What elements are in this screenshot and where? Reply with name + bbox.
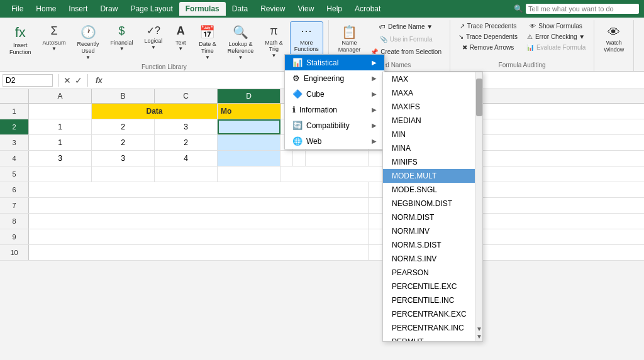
tab-pagelayout[interactable]: Page Layout [124, 2, 179, 16]
cell-c5[interactable] [155, 166, 218, 182]
dropdown-item-information[interactable]: ℹInformation ▶ [285, 102, 384, 117]
scrollbar-thumb[interactable] [476, 79, 482, 116]
cell-b2[interactable]: 2 [92, 119, 155, 134]
col-header-d[interactable]: D [218, 89, 280, 103]
fn-norm-dist[interactable]: NORM.DIST [383, 210, 482, 224]
tab-insert[interactable]: Insert [62, 2, 94, 16]
trace-precedents-button[interactable]: ↗ Trace Precedents [455, 21, 521, 31]
name-manager-button[interactable]: 📋 NameManager [334, 21, 365, 57]
dropdown-item-web[interactable]: 🌐Web ▶ [285, 133, 384, 149]
cell-f4[interactable] [293, 151, 306, 166]
remove-arrows-button[interactable]: ✖ Remove Arrows [455, 43, 521, 53]
fn-minifs[interactable]: MINIFS [383, 155, 482, 169]
row-header-2[interactable]: 2 [0, 119, 29, 134]
fn-median[interactable]: MEDIAN [383, 114, 482, 128]
cell-a5[interactable] [29, 166, 92, 182]
date-time-button[interactable]: 📅 Date &Time ▼ [194, 21, 221, 63]
fn-maxa[interactable]: MAXA [383, 86, 482, 100]
cell-a4[interactable]: 3 [29, 151, 92, 166]
financial-button[interactable]: $ Financial ▼ [106, 21, 138, 55]
cell-c2[interactable]: 3 [155, 119, 218, 134]
watch-window-button[interactable]: 👁 WatchWindow [599, 21, 628, 57]
dropdown-item-cube[interactable]: 🔷Cube ▶ [285, 86, 384, 102]
row-header-10[interactable]: 10 [0, 245, 29, 260]
text-button[interactable]: A Text ▼ [169, 21, 192, 55]
cell-d1[interactable]: Mo [218, 104, 281, 119]
fn-norm-s-inv[interactable]: NORM.S.INV [383, 252, 482, 261]
cell-c4[interactable]: 4 [155, 151, 218, 166]
fn-norm-s-dist[interactable]: NORM.S.DIST [383, 238, 482, 252]
fn-mina[interactable]: MINA [383, 141, 482, 155]
insert-function-button[interactable]: fx InsertFunction [5, 21, 36, 59]
logical-button[interactable]: ✓? Logical ▼ [140, 21, 167, 54]
tab-formulas[interactable]: Formulas [179, 2, 226, 16]
cell-b5[interactable] [92, 166, 155, 182]
cell-a3[interactable]: 1 [29, 135, 92, 150]
define-name-button[interactable]: 🏷 Define Name ▼ [367, 21, 445, 33]
error-checking-button[interactable]: ⚠ Error Checking ▼ [523, 32, 589, 42]
cancel-formula-icon[interactable]: ✕ [64, 75, 71, 85]
tab-home[interactable]: Home [30, 2, 62, 16]
lookup-reference-icon: 🔍 [233, 25, 248, 40]
cell-b4[interactable]: 3 [92, 151, 155, 166]
tab-data[interactable]: Data [226, 2, 254, 16]
confirm-formula-icon[interactable]: ✓ [75, 75, 82, 85]
row-header-7[interactable]: 7 [0, 198, 29, 213]
cell-a1[interactable] [29, 104, 92, 119]
dropdown-item-compatibility[interactable]: 🔄Compatibility ▶ [285, 117, 384, 133]
fn-norm-inv[interactable]: NORM.INV [383, 224, 482, 238]
row-header-8[interactable]: 8 [0, 214, 29, 229]
row-header-1[interactable]: 1 [0, 104, 29, 119]
tab-review[interactable]: Review [254, 2, 291, 16]
autosum-button[interactable]: Σ AutoSum ▼ [38, 21, 70, 55]
cell-a2[interactable]: 1 [29, 119, 92, 134]
row-header-9[interactable]: 9 [0, 229, 29, 244]
fn-mode-mult[interactable]: MODE.MULT [383, 169, 482, 183]
tab-help[interactable]: Help [320, 2, 348, 16]
cell-d2[interactable] [218, 119, 280, 134]
cell-e4[interactable] [280, 151, 293, 166]
cell-b3[interactable]: 2 [92, 135, 155, 150]
cell-b1[interactable]: Data [92, 104, 218, 119]
dropdown-item-statistical[interactable]: 📊Statistical ▶ [285, 55, 384, 70]
ribbon-search-input[interactable] [526, 4, 639, 14]
fn-min[interactable]: MIN [383, 128, 482, 141]
row-header-3[interactable]: 3 [0, 135, 29, 150]
use-in-formula-button[interactable]: 📎 Use in Formula [367, 34, 445, 45]
fn-max[interactable]: MAX [383, 72, 482, 86]
trace-dependents-button[interactable]: ↘ Trace Dependents [455, 32, 521, 42]
col-header-c[interactable]: C [155, 89, 218, 103]
fn-maxifs[interactable]: MAXIFS [383, 100, 482, 114]
tab-draw[interactable]: Draw [94, 2, 124, 16]
math-trig-button[interactable]: π Math &Trig ▼ [260, 21, 287, 62]
cell-row9[interactable] [29, 229, 369, 244]
cell-row8[interactable] [29, 214, 369, 229]
tab-acrobat[interactable]: Acrobat [348, 2, 387, 16]
row-header-4[interactable]: 4 [0, 151, 29, 166]
fn-mode-sngl[interactable]: MODE.SNGL [383, 183, 482, 197]
col-header-b[interactable]: B [92, 89, 155, 103]
cell-c3[interactable]: 2 [155, 135, 218, 150]
show-formulas-button[interactable]: 👁 Show Formulas [523, 21, 589, 31]
cell-row7[interactable] [29, 198, 369, 213]
cell-reference-input[interactable]: D2 [3, 74, 53, 87]
statistical-icon: 📊 [292, 58, 303, 67]
lookup-reference-button[interactable]: 🔍 Lookup &Reference ▼ [223, 21, 258, 63]
more-functions-icon: ⋯ [301, 25, 312, 38]
cell-d3[interactable] [218, 135, 280, 150]
tab-view[interactable]: View [292, 2, 321, 16]
row-header-5[interactable]: 5 [0, 166, 29, 182]
dropdown-item-engineering[interactable]: ⚙Engineering ▶ [285, 70, 384, 86]
cell-d5[interactable] [218, 166, 280, 182]
recently-used-button[interactable]: 🕐 RecentlyUsed ▼ [73, 21, 104, 63]
cell-d4[interactable] [218, 151, 280, 166]
row-header-6[interactable]: 6 [0, 182, 29, 197]
cell-row10[interactable] [29, 245, 369, 260]
evaluate-formula-button[interactable]: 📊 Evaluate Formula [523, 43, 589, 53]
fn-negbinom-dist[interactable]: NEGBINOM.DIST [383, 197, 482, 210]
submenu-scrollbar[interactable]: ▼ ▼ [475, 72, 482, 261]
col-header-a[interactable]: A [29, 89, 92, 103]
cell-row6[interactable] [29, 182, 369, 197]
cell-g4[interactable] [306, 151, 369, 166]
tab-file[interactable]: File [5, 2, 30, 16]
